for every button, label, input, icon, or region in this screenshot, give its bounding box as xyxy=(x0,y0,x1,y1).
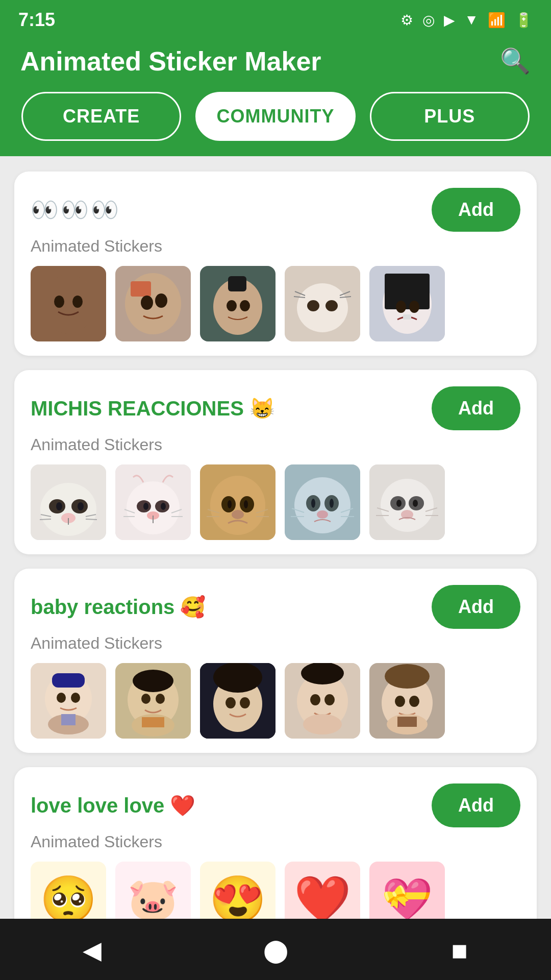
battery-icon: 🔋 xyxy=(515,12,533,29)
app-title: Animated Sticker Maker xyxy=(20,46,321,77)
recents-button[interactable] xyxy=(439,929,480,970)
nav-bar xyxy=(0,919,551,980)
svg-point-69 xyxy=(311,499,315,508)
svg-point-90 xyxy=(57,693,66,703)
pack-1-eyes: 👀 👀 👀 xyxy=(31,197,119,223)
search-icon[interactable]: 🔍 xyxy=(500,47,531,76)
svg-point-47 xyxy=(161,503,166,510)
svg-point-58 xyxy=(228,500,232,508)
svg-point-97 xyxy=(141,694,151,704)
svg-point-116 xyxy=(395,696,405,707)
pack-1-subtitle: Animated Stickers xyxy=(31,237,520,256)
svg-point-8 xyxy=(155,293,167,308)
svg-point-17 xyxy=(325,300,338,311)
svg-rect-119 xyxy=(397,717,417,727)
svg-point-59 xyxy=(244,500,248,508)
app-header: Animated Sticker Maker 🔍 xyxy=(0,36,551,92)
sticker-pack-1: 👀 👀 👀 Add Animated Stickers xyxy=(14,172,537,356)
content-area: 👀 👀 👀 Add Animated Stickers xyxy=(0,156,551,980)
pack-1-stickers xyxy=(31,266,520,341)
sticker-item xyxy=(31,663,106,739)
sticker-pack-3: baby reactions 🥰 Add Animated Stickers xyxy=(14,569,537,753)
svg-line-41 xyxy=(86,519,97,520)
svg-point-7 xyxy=(141,296,153,310)
svg-point-18 xyxy=(311,318,334,331)
svg-point-35 xyxy=(78,502,84,510)
sticker-item xyxy=(369,663,445,739)
pack-3-add-button[interactable]: Add xyxy=(432,585,520,629)
pack-4-subtitle: Animated Stickers xyxy=(31,832,520,851)
sticker-item xyxy=(285,663,360,739)
status-time: 7:15 xyxy=(18,9,55,31)
svg-point-13 xyxy=(240,300,250,311)
tab-create[interactable]: CREATE xyxy=(21,92,181,141)
svg-point-110 xyxy=(324,694,335,705)
sticker-item xyxy=(200,663,276,739)
home-button[interactable] xyxy=(255,929,296,970)
svg-point-80 xyxy=(396,500,402,507)
svg-rect-28 xyxy=(403,314,411,320)
svg-point-111 xyxy=(301,663,344,684)
pack-3-stickers xyxy=(31,663,520,739)
svg-point-71 xyxy=(317,510,328,519)
pack-2-header: MICHIS REACCIONES 😸 Add xyxy=(31,386,520,430)
pack-4-title: love love love ❤️ xyxy=(31,794,195,818)
pack-4-header: love love love ❤️ Add xyxy=(31,783,520,827)
pack-1-header: 👀 👀 👀 Add xyxy=(31,188,520,232)
sticker-item xyxy=(369,266,445,341)
svg-point-55 xyxy=(210,476,265,535)
pack-1-add-button[interactable]: Add xyxy=(432,188,520,232)
sticker-item xyxy=(115,663,191,739)
signal-icon: 📶 xyxy=(488,12,506,29)
svg-point-46 xyxy=(143,503,148,510)
svg-point-1 xyxy=(42,275,95,334)
svg-point-43 xyxy=(127,481,180,534)
svg-point-3 xyxy=(72,296,83,308)
sticker-item xyxy=(200,266,276,341)
pack-1-title: 👀 👀 👀 xyxy=(31,197,119,223)
youtube-icon: ▶ xyxy=(444,12,455,29)
sticker-item xyxy=(31,464,106,540)
sticker-item xyxy=(115,266,191,341)
pack-3-header: baby reactions 🥰 Add xyxy=(31,585,520,629)
svg-point-60 xyxy=(232,510,244,519)
svg-point-105 xyxy=(226,697,236,708)
svg-line-39 xyxy=(40,519,51,520)
svg-point-34 xyxy=(56,502,62,510)
sticker-pack-2: MICHIS REACCIONES 😸 Add Animated Sticker… xyxy=(14,370,537,554)
svg-rect-100 xyxy=(142,717,164,727)
location-icon: ◎ xyxy=(422,12,435,29)
sticker-item xyxy=(31,266,106,341)
svg-point-117 xyxy=(409,696,419,707)
svg-point-104 xyxy=(213,663,262,693)
tab-community[interactable]: COMMUNITY xyxy=(195,92,355,141)
pack-2-add-button[interactable]: Add xyxy=(432,386,520,430)
back-button[interactable] xyxy=(71,929,112,970)
pack-2-stickers xyxy=(31,464,520,540)
sticker-item xyxy=(200,464,276,540)
svg-point-81 xyxy=(413,500,418,507)
svg-point-106 xyxy=(240,697,250,708)
wifi-icon: ▼ xyxy=(464,12,479,28)
svg-point-112 xyxy=(303,714,342,734)
svg-rect-89 xyxy=(52,673,85,688)
svg-rect-93 xyxy=(61,714,76,725)
svg-point-27 xyxy=(409,301,419,313)
svg-point-26 xyxy=(396,301,406,313)
status-bar: 7:15 ⚙ ◎ ▶ ▼ 📶 🔋 xyxy=(0,0,551,36)
pack-3-subtitle: Animated Stickers xyxy=(31,634,520,653)
pack-4-add-button[interactable]: Add xyxy=(432,783,520,827)
svg-rect-25 xyxy=(385,274,430,309)
pack-3-title: baby reactions 🥰 xyxy=(31,595,206,619)
pack-2-title: MICHIS REACCIONES 😸 xyxy=(31,397,275,421)
svg-point-115 xyxy=(385,664,430,689)
svg-point-12 xyxy=(227,300,237,311)
svg-point-109 xyxy=(310,694,320,705)
svg-point-66 xyxy=(294,477,350,533)
tab-plus[interactable]: PLUS xyxy=(370,92,530,141)
svg-point-96 xyxy=(133,670,173,692)
svg-point-98 xyxy=(156,694,165,704)
tab-bar: CREATE COMMUNITY PLUS xyxy=(0,92,551,156)
svg-point-77 xyxy=(381,479,434,532)
svg-rect-6 xyxy=(131,281,151,297)
